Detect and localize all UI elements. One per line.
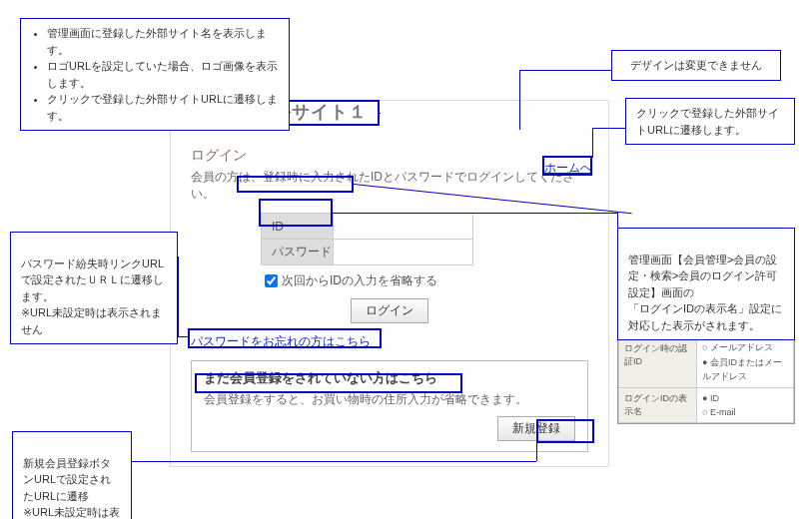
- password-label: パスワード: [262, 240, 334, 265]
- register-button[interactable]: 新規登録: [497, 416, 575, 441]
- remember-row: 次回からIDの入力を省略する: [261, 271, 588, 290]
- register-heading: まだ会員登録をされていない方はこちら: [204, 369, 575, 387]
- forgot-password-link[interactable]: パスワードをお忘れの方はこちら: [191, 334, 371, 348]
- callout-home-link: クリックで登録した外部サイトURLに遷移します。: [625, 98, 795, 145]
- login-description: 会員の方は、登録時に入力されたIDとパスワードでログインしてください。: [191, 169, 588, 203]
- callout-id-display: 管理画面【会員管理>会員の設定・検索>会員のログイン許可設定】画面の 「ログイン…: [617, 228, 795, 340]
- login-form: ID パスワード: [261, 213, 473, 265]
- callout-newreg: 新規会員登録ボタンURLで設定されたURLに遷移 ※URL未設定時は表示されませ…: [12, 431, 132, 519]
- login-page: ログイン 会員の方は、登録時に入力されたIDとパスワードでログインしてください。…: [170, 100, 609, 467]
- login-heading: ログイン: [191, 147, 588, 165]
- id-input[interactable]: [334, 216, 469, 238]
- register-description: 会員登録をすると、お買い物時の住所入力が省略できます。: [204, 391, 575, 408]
- password-input[interactable]: [334, 242, 469, 263]
- home-link[interactable]: ホームへ: [544, 160, 592, 177]
- login-button[interactable]: ログイン: [351, 298, 428, 323]
- callout-site-title: 管理画面に登録した外部サイト名を表示します。 ロゴURLを設定していた場合、ロゴ…: [20, 18, 290, 131]
- admin-row2-label: ログインIDの表示名: [619, 387, 697, 423]
- connector-5b: [617, 213, 618, 229]
- id-label: ID: [262, 214, 334, 240]
- remember-checkbox[interactable]: [265, 274, 278, 287]
- register-section: まだ会員登録をされていない方はこちら 会員登録をすると、お買い物時の住所入力が省…: [191, 360, 588, 452]
- callout-design-fixed: デザインは変更できません: [611, 50, 781, 81]
- connector-2a: [519, 70, 611, 71]
- callout-forgot-link: パスワード紛失時リンクURLで設定されたＵＲＬに遷移します。 ※URL未設定時は…: [10, 232, 178, 344]
- admin-row2-options: ID E-mail: [697, 387, 794, 423]
